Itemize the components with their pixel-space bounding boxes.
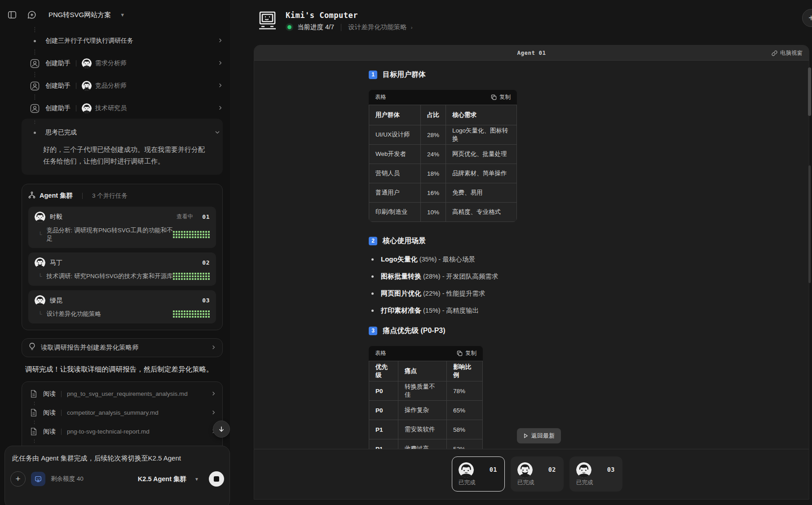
timeline-row[interactable]: 创建助手需求分析师: [22, 55, 223, 72]
status-dot: [286, 23, 293, 31]
new-chat-icon[interactable]: [25, 8, 39, 22]
scrollbar-thumb[interactable]: [808, 165, 811, 283]
agent-tabs: 01已完成02已完成03已完成: [452, 456, 622, 492]
chevron-down-icon: ▼: [120, 12, 125, 18]
cluster-agent-card[interactable]: 时毅查看中01└竞品分析: 调研现有PNG转SVG工具的功能和不足: [28, 207, 216, 248]
table-header-row: 优先级痛点影响比例: [369, 361, 483, 381]
stop-button[interactable]: [209, 471, 224, 487]
agent-output[interactable]: 1 目标用户群体 表格 复制: [254, 61, 809, 449]
chevron-right-icon[interactable]: [218, 37, 223, 44]
computer-panel: Kimi's Computer 当前进度 4/7 设计差异化功能策略 › + A…: [230, 0, 812, 505]
thought-row[interactable]: 思考已完成: [22, 124, 220, 141]
table-cell: 操作复杂: [398, 401, 447, 420]
chevron-right-icon[interactable]: [218, 60, 223, 67]
scrollbar-thumb[interactable]: [808, 67, 811, 116]
scroll-to-bottom-button[interactable]: [213, 421, 230, 438]
agent-tab[interactable]: 01已完成: [452, 456, 505, 492]
chat-scroll-area[interactable]: 创建三并行子代理执行调研任务创建助手需求分析师创建助手竞品分析师创建助手技术研究…: [0, 25, 230, 499]
action-label: 阅读: [43, 428, 56, 436]
current-task-label[interactable]: 设计差异化功能策略: [348, 23, 407, 31]
table-header-cell: 影响比例: [447, 361, 483, 381]
strategy-label: 读取调研报告并创建差异化策略师: [41, 343, 206, 352]
section-number-badge: 3: [369, 327, 377, 335]
scenario-name: 打印素材准备: [381, 306, 421, 315]
table-cell: Web开发者: [369, 145, 421, 164]
composer[interactable]: 此任务由 Agent 集群完成，后续轮次将切换至K2.5 Agent + 剩余额…: [4, 446, 230, 505]
chevron-right-icon[interactable]: [218, 105, 223, 112]
section-heading: 3 痛点优先级 (P0-P3): [369, 325, 809, 336]
section-title: 目标用户群体: [383, 70, 426, 80]
table-toolbar: 表格 复制: [369, 90, 517, 105]
assistant-name: 需求分析师: [95, 59, 127, 67]
computer-viewport: Agent 01 电脑视窗 1 目标用户群体 表格: [254, 45, 809, 500]
chevron-up-icon[interactable]: [215, 129, 220, 136]
chevron-right-icon[interactable]: [211, 409, 216, 416]
timeline-row[interactable]: 创建助手竞品分析师: [22, 77, 223, 94]
bullet-icon: [371, 310, 374, 312]
quota-label: 剩余额度 40: [51, 475, 84, 483]
timeline-connector: [35, 94, 223, 100]
table-cell: 印刷/制造业: [369, 203, 421, 222]
timeline-row[interactable]: 创建助手技术研究员: [22, 100, 223, 117]
agent-mode-icon[interactable]: [31, 472, 45, 486]
new-window-button[interactable]: +: [802, 9, 812, 27]
table-row: 普通用户16%免费、易用: [369, 183, 517, 203]
file-name: competitor_analysis_summary.md: [67, 409, 159, 416]
scenario-detail: (22%) - 性能提升需求: [423, 289, 485, 298]
timeline-connector: [35, 120, 220, 124]
viewport-tab-bar: Agent 01 电脑视窗: [254, 45, 809, 61]
cluster-agent-card[interactable]: 马丁02└技术调研: 研究PNG转SVG的技术方案和开源库: [28, 252, 216, 286]
document-icon: [29, 390, 38, 398]
section-heading: 2 核心使用场景: [369, 235, 809, 246]
table-cell: UI/UX设计师: [369, 125, 421, 145]
agent-tab-status: 已完成: [517, 479, 534, 487]
file-row[interactable]: 阅读png_to_svg_user_requirements_analysis.…: [28, 386, 216, 402]
table-cell: 转换质量不佳: [398, 381, 447, 401]
back-to-latest-button[interactable]: 返回最新: [517, 428, 561, 443]
agent-task: 竞品分析: 调研现有PNG转SVG工具的功能和不足: [47, 226, 173, 243]
chevron-right-icon[interactable]: [211, 390, 216, 398]
agent-tab[interactable]: 03已完成: [569, 456, 622, 492]
table-cell: 收费过高: [398, 439, 447, 449]
table-cell: 78%: [447, 381, 483, 401]
painpoints-table: 优先级痛点影响比例 P0转换质量不佳78%P0操作复杂65%P1需安装软件58%…: [369, 361, 483, 449]
action-label: 阅读: [43, 409, 56, 417]
table-cell: 16%: [421, 183, 446, 203]
section-number-badge: 2: [369, 237, 377, 245]
cluster-agent-card[interactable]: 缦昆03└设计差异化功能策略: [28, 290, 216, 323]
strategy-row[interactable]: 读取调研报告并创建差异化策略师: [22, 338, 223, 357]
scenario-detail: (35%) - 最核心场景: [419, 255, 475, 264]
avatar: [35, 295, 45, 306]
composer-note: 此任务由 Agent 集群完成，后续轮次将切换至K2.5 Agent: [12, 454, 222, 463]
timeline-connector: [34, 421, 216, 424]
action-label: 创建助手: [45, 82, 71, 90]
table-toolbar-label: 表格: [375, 350, 386, 357]
chevron-right-icon[interactable]: [218, 82, 223, 89]
model-selector[interactable]: K2.5 Agent 集群: [138, 475, 186, 483]
copy-button[interactable]: 复制: [457, 350, 477, 357]
sidebar-toggle-icon[interactable]: [5, 8, 19, 22]
composer-toolbar: + 剩余额度 40 K2.5 Agent 集群 ▼: [10, 470, 224, 487]
progress-label: 当前进度 4/7: [297, 23, 334, 31]
timeline-row[interactable]: 创建三并行子代理执行调研任务: [22, 32, 223, 49]
file-name: png-to-svg-technical-report.md: [67, 428, 150, 435]
file-row[interactable]: 阅读competitor_analysis_summary.md: [28, 405, 216, 421]
conversation-title[interactable]: PNG转SVG网站方案: [49, 11, 111, 19]
computer-window-link[interactable]: 电脑视窗: [772, 45, 803, 61]
attach-button[interactable]: +: [10, 471, 26, 487]
timeline-connector: [35, 72, 223, 77]
elbow-icon: └: [38, 311, 42, 317]
agent-tab-number: 03: [607, 466, 615, 473]
table-cell: 28%: [421, 125, 446, 145]
timeline-label: 创建三并行子代理执行调研任务: [45, 37, 133, 45]
file-row[interactable]: 阅读png-to-svg-technical-report.md: [28, 424, 216, 439]
agent-tab[interactable]: 02已完成: [511, 456, 564, 492]
assistant-icon: [29, 81, 40, 91]
table-row: Web开发者24%网页优化、批量处理: [369, 145, 517, 164]
table-header-cell: 用户群体: [369, 105, 421, 125]
chat-panel: PNG转SVG网站方案 ▼ 创建三并行子代理执行调研任务创建助手需求分析师创建助…: [0, 0, 230, 505]
avatar: [82, 103, 92, 113]
table-cell: P1: [369, 439, 398, 449]
table-header-cell: 优先级: [369, 361, 398, 381]
copy-button[interactable]: 复制: [491, 93, 511, 101]
